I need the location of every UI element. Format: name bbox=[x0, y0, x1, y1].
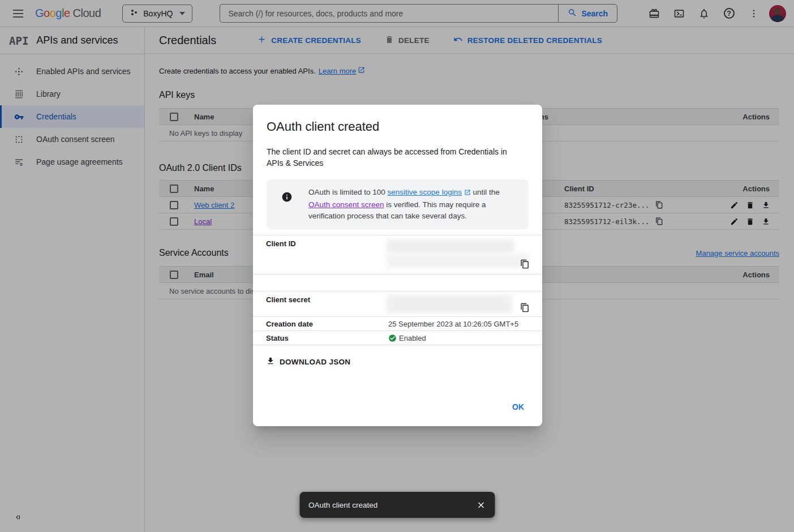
client-secret-redacted bbox=[387, 295, 512, 314]
sensitive-scope-logins-link[interactable]: sensitive scope logins bbox=[388, 188, 462, 196]
download-json-label: DOWNLOAD JSON bbox=[280, 358, 350, 366]
notice-pre: OAuth is limited to 100 bbox=[308, 188, 388, 196]
status-value-cell: Enabled bbox=[388, 331, 426, 345]
external-link-icon bbox=[464, 188, 471, 199]
client-id-row: Client ID bbox=[253, 235, 542, 274]
details-spacer-row bbox=[253, 274, 542, 291]
client-id-label: Client ID bbox=[266, 239, 296, 248]
snackbar: OAuth client created bbox=[299, 492, 495, 518]
status-row: Status Enabled bbox=[253, 331, 542, 345]
client-id-redacted bbox=[387, 239, 514, 253]
google-cloud-console: Google Cloud BoxyHQ Search bbox=[0, 0, 794, 532]
status-value: Enabled bbox=[399, 334, 426, 342]
check-circle-icon bbox=[388, 334, 397, 342]
creation-date-value: 25 September 2023 at 10:26:05 GMT+5 bbox=[388, 317, 518, 331]
copy-icon[interactable] bbox=[520, 303, 530, 314]
client-secret-label: Client secret bbox=[266, 295, 310, 304]
close-icon[interactable] bbox=[471, 495, 491, 515]
status-label: Status bbox=[266, 334, 289, 342]
copy-icon[interactable] bbox=[520, 259, 530, 271]
notice-mid: until the bbox=[471, 188, 500, 196]
client-details: Client ID Client secret Creation date 25… bbox=[253, 235, 542, 345]
client-id-redacted bbox=[387, 254, 529, 268]
download-icon bbox=[266, 357, 275, 367]
oauth-client-created-dialog: OAuth client created The client ID and s… bbox=[253, 105, 542, 426]
snackbar-message: OAuth client created bbox=[308, 501, 377, 509]
oauth-limit-notice: OAuth is limited to 100 sensitive scope … bbox=[267, 179, 529, 229]
creation-date-label: Creation date bbox=[266, 320, 313, 328]
dialog-title: OAuth client created bbox=[267, 119, 529, 134]
client-secret-row: Client secret bbox=[253, 291, 542, 317]
download-json-button[interactable]: DOWNLOAD JSON bbox=[260, 352, 356, 372]
notice-text: OAuth is limited to 100 sensitive scope … bbox=[308, 187, 520, 222]
creation-date-row: Creation date 25 September 2023 at 10:26… bbox=[253, 317, 542, 331]
info-icon bbox=[281, 191, 293, 203]
ok-button[interactable]: OK bbox=[508, 399, 529, 415]
dialog-body-text: The client ID and secret can always be a… bbox=[267, 146, 521, 169]
oauth-consent-screen-link[interactable]: OAuth consent screen bbox=[308, 200, 384, 209]
